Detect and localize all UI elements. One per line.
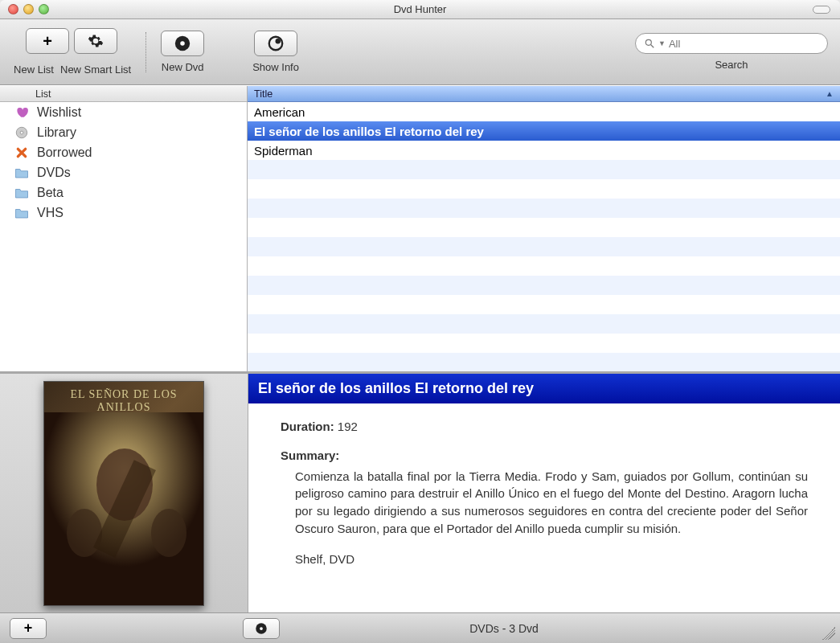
column-header-label: Title [254,88,272,100]
detail-title: El señor de los anillos El retorno del r… [248,374,840,403]
new-dvd-label: New Dvd [162,61,204,73]
search-icon [644,38,655,49]
show-info-button[interactable] [254,31,297,56]
sidebar-item-wishlist[interactable]: Wishlist [0,102,247,122]
sidebar-item-beta[interactable]: Beta [0,182,247,203]
table-row-empty [248,334,840,353]
sidebar-item-label: DVDs [37,166,71,180]
table-row-empty [248,199,840,218]
shelf-text: Shelf, DVD [281,551,808,568]
zoom-window-button[interactable] [39,4,49,14]
table-row[interactable]: American [248,102,840,121]
folder-icon [14,186,29,200]
titlebar: Dvd Hunter [0,0,840,19]
disc-icon [14,125,29,140]
table-row-empty [248,276,840,295]
minimize-window-button[interactable] [23,4,34,14]
table-row-empty [248,179,840,199]
sort-indicator-icon: ▲ [826,89,834,98]
toolbar: + New List New Smart List New Dvd [0,19,840,85]
gear-icon [88,33,104,49]
table-row-empty [248,160,840,179]
sidebar-item-label: Borrowed [37,145,92,160]
svg-point-11 [151,509,186,557]
sidebar-item-library[interactable]: Library [0,122,247,142]
cover-title: EL SEÑOR DE LOS ANILLOS [44,382,203,414]
folder-icon [14,166,29,180]
search-label: Search [715,59,748,71]
show-info-label: Show Info [252,61,299,73]
svg-point-2 [269,37,283,51]
summary-text: Comienza la batalla final por la Tierra … [281,468,808,538]
svg-point-10 [67,509,102,557]
table-row-empty [248,353,840,371]
info-pane: El señor de los anillos El retorno del r… [248,374,840,612]
svg-line-5 [651,45,654,48]
statusbar: + DVDs - 3 Dvd [0,612,840,643]
folder-icon [14,206,29,220]
table-row[interactable]: El señor de los anillos El retorno del r… [248,121,840,141]
toolbar-divider [145,32,146,72]
table-row-empty [248,256,840,276]
sidebar-item-label: VHS [37,206,64,220]
sidebar-header[interactable]: List [0,86,247,102]
plus-icon: + [24,620,33,637]
sidebar-item-label: Beta [37,186,64,200]
summary-label: Summary: [281,448,339,462]
sidebar-item-vhs[interactable]: VHS [0,203,247,223]
table-row-empty [248,295,840,314]
add-button[interactable]: + [10,618,47,639]
detail-area: EL SEÑOR DE LOS ANILLOS El señor de los … [0,371,840,612]
chevron-down-icon: ▼ [658,39,666,47]
window-title: Dvd Hunter [394,3,447,15]
info-icon [267,35,285,52]
new-dvd-status-button[interactable] [243,618,280,639]
sidebar-item-borrowed[interactable]: Borrowed [0,142,247,162]
movie-list: AmericanEl señor de los anillos El retor… [248,102,840,371]
heart-icon [14,105,29,120]
toolbar-pill-button[interactable] [813,6,830,14]
new-smart-list-label: New Smart List [60,63,131,76]
svg-point-4 [645,39,651,45]
duration-label: Duration: [281,420,334,433]
content-area: List WishlistLibraryBorrowedDVDsBetaVHS … [0,85,840,371]
column-header-title[interactable]: Title ▲ [248,86,840,102]
new-smart-list-button[interactable] [74,28,117,54]
table-row-empty [248,218,840,237]
x-icon [14,145,29,160]
sidebar-item-dvds[interactable]: DVDs [0,162,247,182]
dvd-cover-image: EL SEÑOR DE LOS ANILLOS [43,381,204,606]
status-text: DVDs - 3 Dvd [469,622,539,635]
close-window-button[interactable] [8,4,18,14]
cover-pane: EL SEÑOR DE LOS ANILLOS [0,374,248,612]
svg-point-3 [276,39,281,43]
resize-handle[interactable] [822,627,835,640]
new-dvd-button[interactable] [161,31,204,56]
sidebar-item-label: Wishlist [37,105,81,120]
new-list-button[interactable]: + [26,28,69,54]
main-pane: Title ▲ AmericanEl señor de los anillos … [248,86,840,371]
sidebar: List WishlistLibraryBorrowedDVDsBetaVHS [0,86,248,371]
disc-icon [174,35,191,52]
table-row-empty [248,237,840,256]
table-row[interactable]: Spiderman [248,141,840,160]
new-list-label: New List [12,63,55,76]
duration-value: 192 [338,420,358,433]
svg-point-1 [180,41,185,46]
svg-point-14 [260,627,263,630]
search-input[interactable] [669,38,819,50]
disc-icon [254,621,268,636]
plus-icon: + [43,32,52,51]
traffic-lights [0,4,49,14]
search-field[interactable]: ▼ [635,33,828,54]
sidebar-item-label: Library [37,125,76,140]
table-row-empty [248,314,840,334]
svg-point-7 [20,131,23,134]
